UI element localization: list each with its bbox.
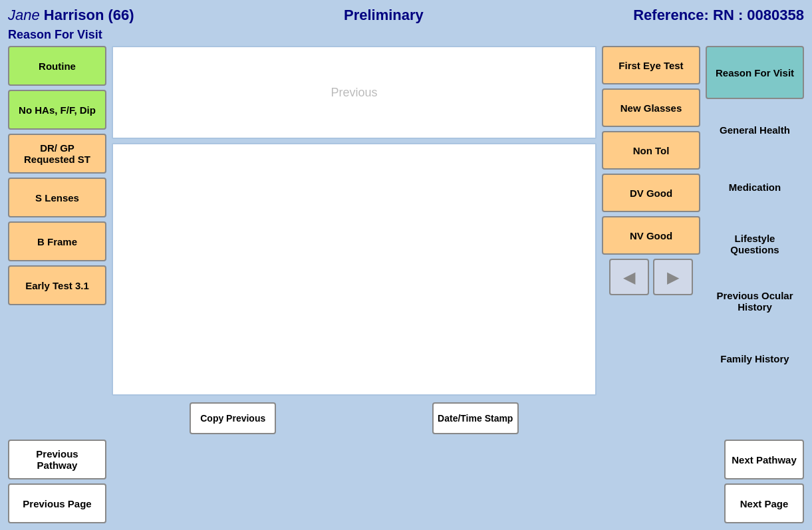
center-col: Previous Copy Previous Date/Time Stamp [112,46,597,437]
btn-next-pathway[interactable]: Next Pathway [724,440,804,479]
btn-arrow-right[interactable]: ▶ [653,259,693,295]
btn-lifestyle-questions[interactable]: Lifestyle Questions [706,217,804,271]
text-area-main[interactable] [112,143,597,396]
main-container: Jane Harrison (66) Preliminary Reference… [0,0,812,530]
far-right-nav-col: Reason For Visit General Health Medicati… [706,46,804,437]
btn-s-lenses[interactable]: S Lenses [8,178,106,217]
right-buttons-col: First Eye Test New Glasses Non Tol DV Go… [602,46,700,437]
btn-previous-page[interactable]: Previous Page [8,483,106,523]
content-area: Routine No HAs, F/F, Dip DR/ GP Requeste… [8,46,804,437]
bottom-left-nav: Previous Pathway Previous Page [8,440,106,523]
section-title: Reason For Visit [8,28,804,42]
btn-new-glasses[interactable]: New Glasses [602,88,700,127]
btn-b-frame[interactable]: B Frame [8,221,106,261]
arrow-right-icon: ▶ [667,268,679,287]
btn-first-eye-test[interactable]: First Eye Test [602,46,700,84]
btn-dr-gp[interactable]: DR/ GP Requested ST [8,134,106,174]
btn-nv-good[interactable]: NV Good [602,216,700,255]
btn-dv-good[interactable]: DV Good [602,174,700,212]
btn-family-history[interactable]: Family History [706,332,804,385]
btn-next-page[interactable]: Next Page [724,483,804,523]
reference-number: Reference: RN : 0080358 [633,7,804,24]
btn-routine[interactable]: Routine [8,46,106,86]
text-area-previous[interactable]: Previous [112,46,597,139]
btn-medication[interactable]: Medication [706,160,804,213]
btn-previous-pathway[interactable]: Previous Pathway [8,440,106,479]
center-bottom-buttons: Copy Previous Date/Time Stamp [112,400,597,437]
bottom-right-nav: Next Pathway Next Page [724,440,804,523]
text-area-placeholder: Previous [331,86,377,100]
btn-copy-previous[interactable]: Copy Previous [190,402,276,434]
btn-previous-ocular-history[interactable]: Previous Ocular History [706,275,804,328]
arrow-row: ◀ ▶ [602,259,700,295]
patient-first-name: Jane [8,7,40,23]
btn-non-tol[interactable]: Non Tol [602,131,700,170]
page-title: Preliminary [344,7,424,24]
left-buttons-col: Routine No HAs, F/F, Dip DR/ GP Requeste… [8,46,106,437]
bottom-row: Previous Pathway Previous Page Next Path… [8,440,804,523]
header: Jane Harrison (66) Preliminary Reference… [8,7,804,24]
patient-last-name: Harrison (66) [44,7,134,23]
btn-early-test[interactable]: Early Test 3.1 [8,265,106,305]
patient-name: Jane Harrison (66) [8,7,134,24]
btn-datetime-stamp[interactable]: Date/Time Stamp [432,402,519,434]
btn-general-health[interactable]: General Health [706,103,804,156]
arrow-left-icon: ◀ [623,268,635,287]
btn-arrow-left[interactable]: ◀ [609,259,649,295]
btn-reason-for-visit[interactable]: Reason For Visit [706,46,804,99]
btn-no-has[interactable]: No HAs, F/F, Dip [8,90,106,130]
